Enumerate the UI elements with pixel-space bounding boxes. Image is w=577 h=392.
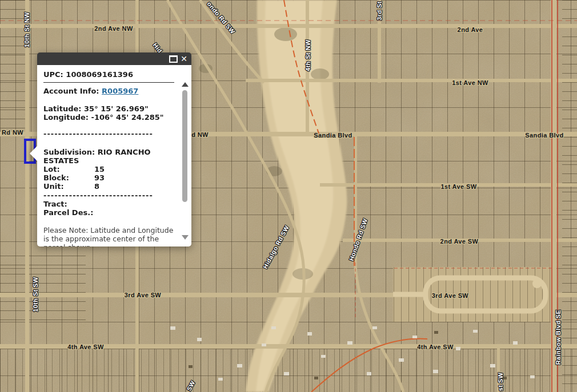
longitude-text: Longitude: -106° 45' 24.285" (43, 113, 174, 122)
parcel-field-row: Unit:8 (43, 182, 174, 191)
field-label: Block: (43, 173, 94, 182)
upc-text: UPC: 1008069161396 (43, 70, 174, 79)
popup-titlebar[interactable]: ✕ (37, 52, 191, 65)
latitude-text: Latitude: 35° 15' 26.969" (43, 104, 174, 113)
scrollbar-thumb[interactable] (182, 90, 187, 202)
divider-rule (43, 82, 174, 83)
popup-body: UPC: 1008069161396 Account Info: R005967… (37, 65, 191, 246)
maximize-icon[interactable] (169, 54, 178, 63)
scroll-up-icon[interactable] (182, 82, 189, 87)
field-value: 15 (94, 165, 105, 173)
popup-callout-arrow (30, 146, 38, 161)
note-text: Please Note: Latitude and Longitude is t… (43, 226, 174, 246)
field-value: 93 (94, 173, 105, 182)
dashed-divider: ------------------------------ (43, 191, 174, 200)
field-label: Unit: (43, 182, 94, 191)
map-viewport[interactable]: 10th St NW2nd Ave NWHidondo Rd SW4th St … (0, 0, 577, 392)
parcel-field-row: Lot:15 (43, 165, 174, 173)
parcel-kv-rows: Lot:15Block:93Unit:8 (43, 165, 174, 191)
tract-text: Tract: (43, 200, 174, 208)
close-icon[interactable]: ✕ (179, 54, 189, 63)
account-info-row: Account Info: R005967 (43, 87, 174, 95)
popup-scrollbar[interactable] (181, 81, 189, 241)
dashed-divider: ------------------------------ (43, 130, 174, 138)
subdivision-text: Subdivision: RIO RANCHO ESTATES (43, 148, 174, 165)
parcel-info-popup: ✕ UPC: 1008069161396 Account Info: R0059… (37, 52, 191, 246)
account-info-label: Account Info: (43, 87, 99, 95)
parcel-field-row: Block:93 (43, 173, 174, 182)
scroll-down-icon[interactable] (182, 235, 189, 240)
account-link[interactable]: R005967 (102, 87, 138, 95)
field-label: Lot: (43, 165, 94, 173)
field-value: 8 (94, 182, 99, 191)
parcel-des-text: Parcel Des.: (43, 208, 174, 217)
